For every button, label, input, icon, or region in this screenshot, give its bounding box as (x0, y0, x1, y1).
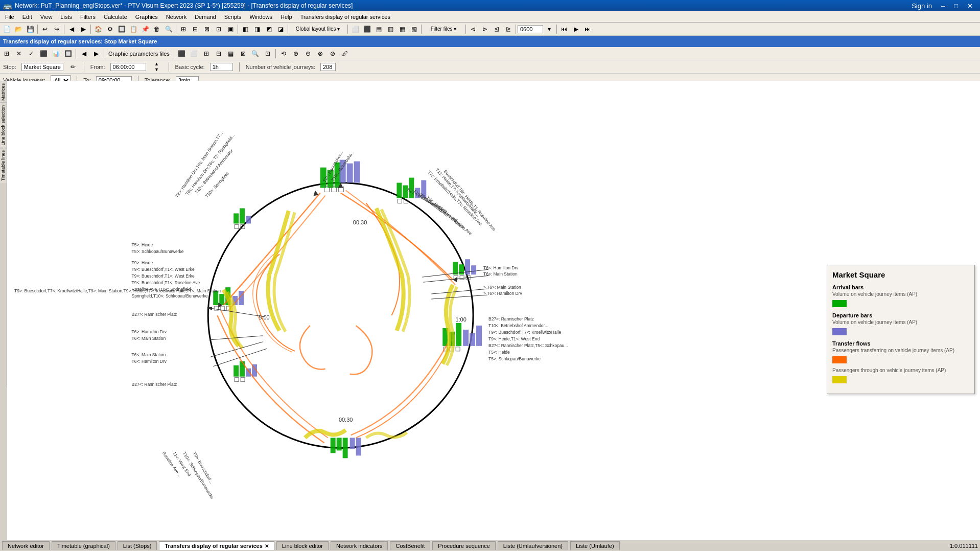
gb-b20[interactable]: ⊗ (315, 48, 326, 59)
menu-network[interactable]: Network (162, 11, 191, 22)
tb-b7[interactable]: ◨ (251, 24, 263, 35)
gb-b1[interactable]: ⊞ (1, 48, 12, 59)
tb-b8[interactable]: ◩ (263, 24, 274, 35)
tb-c3[interactable]: ▤ (373, 24, 384, 35)
menu-filters[interactable]: Filters (76, 11, 100, 22)
gb-b6[interactable]: 🔲 (62, 48, 74, 59)
tb-b4[interactable]: ⊡ (213, 24, 224, 35)
gb-b21[interactable]: ⊘ (327, 48, 338, 59)
tb-d4[interactable]: ⊵ (503, 24, 514, 35)
menu-demand[interactable]: Demand (191, 11, 220, 22)
tab-cost-benefit[interactable]: CostBenefit (390, 541, 430, 550)
filter-files-btn[interactable]: Filter files ▾ (423, 24, 464, 35)
gb-b10[interactable]: ⬜ (189, 48, 200, 59)
tb-d2[interactable]: ⊳ (479, 24, 491, 35)
gb-b4[interactable]: ⬛ (38, 48, 49, 59)
tb-b1[interactable]: ⊞ (178, 24, 189, 35)
gb-b2[interactable]: ✕ (13, 48, 25, 59)
tb-undo[interactable]: ↩ (39, 24, 51, 35)
gb-b5[interactable]: 📊 (50, 48, 61, 59)
gb-b16[interactable]: ⊡ (262, 48, 273, 59)
tb-c4[interactable]: ▥ (385, 24, 396, 35)
svg-rect-38 (350, 438, 355, 449)
tb-e3[interactable]: ⏭ (582, 24, 593, 35)
tb-c1[interactable]: ⬜ (349, 24, 361, 35)
gb-b7[interactable]: ◀ (78, 48, 89, 59)
menu-view[interactable]: View (36, 11, 57, 22)
menu-lists[interactable]: Lists (56, 11, 76, 22)
tb-new[interactable]: 📄 (1, 24, 12, 35)
tb-d1[interactable]: ⊲ (468, 24, 479, 35)
tab-list-stops[interactable]: List (Stops) (118, 541, 157, 550)
tab-liste-umlaufversionen[interactable]: Liste (Umlaufversionen) (498, 541, 568, 550)
tb-save[interactable]: 💾 (25, 24, 36, 35)
menu-help[interactable]: Help (276, 11, 296, 22)
tb-b5[interactable]: ▣ (225, 24, 236, 35)
tb-c2[interactable]: ⬛ (361, 24, 372, 35)
tb-find[interactable]: 🔍 (163, 24, 174, 35)
menu-graphics[interactable]: Graphics (131, 11, 162, 22)
tab-close-icon[interactable]: ✕ (265, 543, 269, 549)
tb-c5[interactable]: ▦ (396, 24, 408, 35)
tb-select[interactable]: 🔲 (116, 24, 127, 35)
from-down-btn[interactable]: ▼ (151, 67, 162, 73)
tb-b9[interactable]: ◪ (275, 24, 286, 35)
gb-b3[interactable]: ✓ (26, 48, 37, 59)
tab-network-indicators[interactable]: Network indicators (331, 541, 388, 550)
global-layout-files-btn[interactable]: Global layout files ▾ (290, 24, 346, 35)
sep10 (516, 25, 516, 34)
gb-b9[interactable]: ⬛ (176, 48, 188, 59)
gb-b19[interactable]: ⊖ (302, 48, 314, 59)
sidebar-tab-timetable[interactable]: Timetable lines (0, 148, 7, 183)
stop-edit-btn[interactable]: ✏ (68, 62, 78, 72)
tab-network-editor[interactable]: Network editor (2, 541, 50, 550)
tb-b6[interactable]: ◧ (240, 24, 251, 35)
tb-paste[interactable]: 📌 (139, 24, 151, 35)
gb-b12[interactable]: ⊟ (213, 48, 224, 59)
tb-d3[interactable]: ⊴ (491, 24, 502, 35)
sidebar-tab-line-block[interactable]: Line block selection (0, 103, 7, 148)
tb-b3[interactable]: ⊠ (201, 24, 213, 35)
sign-in-button[interactable]: Sign in (907, 1, 936, 11)
time-expand-btn[interactable]: ▾ (544, 24, 555, 35)
close-button[interactable]: ✕ (963, 1, 977, 11)
tab-transfers-display[interactable]: Transfers display of regular services ✕ (159, 541, 274, 550)
maximize-button[interactable]: □ (950, 1, 962, 11)
tab-timetable-graphical[interactable]: Timetable (graphical) (52, 541, 115, 550)
gb-b15[interactable]: 🔍 (250, 48, 261, 59)
tb-redo[interactable]: ↪ (51, 24, 62, 35)
tb-e2[interactable]: ▶ (570, 24, 581, 35)
gb-b17[interactable]: ⟲ (278, 48, 289, 59)
menu-windows[interactable]: Windows (245, 11, 276, 22)
tab-procedure-sequence[interactable]: Procedure sequence (432, 541, 496, 550)
tb-open[interactable]: 📂 (13, 24, 24, 35)
menu-edit[interactable]: Edit (18, 11, 36, 22)
basic-cycle-input[interactable] (210, 63, 233, 71)
tb-play[interactable]: ▶ (78, 24, 89, 35)
gb-b8[interactable]: ▶ (90, 48, 102, 59)
from-input[interactable] (110, 63, 146, 71)
tab-liste-umlaeufe[interactable]: Liste (Umläufe) (570, 541, 620, 550)
gb-b14[interactable]: ⊠ (238, 48, 249, 59)
tb-e1[interactable]: ⏮ (558, 24, 570, 35)
menu-transfers[interactable]: Transfers display of regular services (296, 11, 394, 22)
from-up-btn[interactable]: ▲ (151, 61, 162, 67)
gb-b13[interactable]: ▦ (225, 48, 237, 59)
tb-b2[interactable]: ⊟ (190, 24, 201, 35)
menu-file[interactable]: File (1, 11, 18, 22)
tb-del[interactable]: 🗑 (151, 24, 162, 35)
tb-back[interactable]: ◀ (66, 24, 77, 35)
menu-calculate[interactable]: Calculate (100, 11, 131, 22)
minimize-button[interactable]: – (937, 1, 949, 11)
sidebar-tab-matrices[interactable]: Matrices (0, 81, 7, 103)
tab-line-block-editor[interactable]: Line block editor (276, 541, 329, 550)
tb-zoom-in[interactable]: 🏠 (92, 24, 104, 35)
tb-zoom-out[interactable]: ⚙ (104, 24, 115, 35)
menu-scripts[interactable]: Scripts (220, 11, 246, 22)
gb-b22[interactable]: 🖊 (339, 48, 351, 59)
tb-c6[interactable]: ▧ (408, 24, 419, 35)
gb-b18[interactable]: ⊕ (290, 48, 301, 59)
time-input[interactable] (518, 25, 543, 33)
tb-copy[interactable]: 📋 (128, 24, 139, 35)
gb-b11[interactable]: ⊞ (201, 48, 212, 59)
